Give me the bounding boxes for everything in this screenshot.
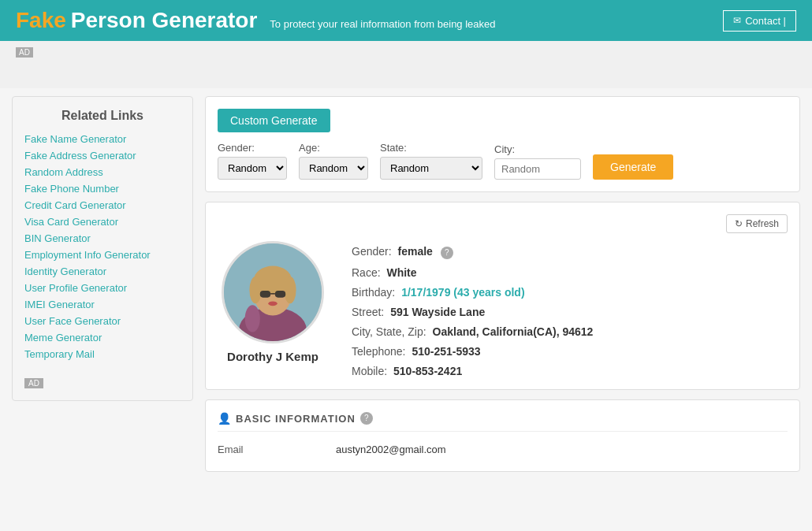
basic-info-title: BASIC INFORMATION [236, 413, 356, 425]
mobile-label-text: Mobile: [352, 365, 387, 377]
person-icon: 👤 [218, 412, 231, 425]
credit-card-link[interactable]: Credit Card Generator [24, 199, 126, 211]
profile-info-telephone: Telephone: 510-251-5933 [352, 345, 788, 358]
sidebar-item-user-profile[interactable]: User Profile Generator [24, 281, 181, 294]
profile-info-mobile: Mobile: 510-853-2421 [352, 365, 788, 377]
header-tagline: To protect your real information from be… [270, 18, 495, 30]
profile-body: Dorothy J Kemp Gender: female ? Race: Wh… [218, 241, 788, 377]
identity-link[interactable]: Identity Generator [24, 266, 106, 277]
sidebar-item-meme[interactable]: Meme Generator [24, 331, 181, 343]
info-icon-gender[interactable]: ? [441, 247, 453, 259]
contact-button[interactable]: ✉ Contact | [723, 10, 796, 32]
svg-point-6 [284, 277, 296, 303]
fake-name-link[interactable]: Fake Name Generator [24, 133, 126, 145]
city-form-group: City: [494, 143, 581, 180]
mobile-value: 510-853-2421 [393, 365, 462, 377]
sidebar-ad-label: AD [24, 378, 43, 388]
svg-rect-7 [260, 291, 270, 298]
refresh-label: Refresh [746, 218, 779, 229]
visa-card-link[interactable]: Visa Card Generator [24, 216, 118, 228]
avatar [222, 241, 324, 343]
state-select[interactable]: Random [380, 157, 482, 180]
brand-rest: Person Generator [71, 8, 258, 33]
gender-label-text: Gender: [352, 245, 392, 258]
refresh-button[interactable]: ↻ Refresh [726, 214, 788, 233]
race-value: White [386, 266, 416, 279]
city-state-zip-value: Oakland, California(CA), 94612 [433, 325, 594, 338]
content-area: Custom Generate Gender: Random Male Fema… [205, 96, 800, 472]
fake-address-link[interactable]: Fake Address Generator [24, 150, 136, 162]
sidebar-item-identity[interactable]: Identity Generator [24, 265, 181, 277]
ad-label: AD [16, 47, 33, 58]
sidebar-links-list: Fake Name Generator Fake Address Generat… [24, 132, 181, 360]
age-select[interactable]: Random 18-25 26-35 36-50 51+ [299, 157, 368, 180]
user-profile-link[interactable]: User Profile Generator [24, 282, 127, 294]
avatar-svg [224, 241, 322, 343]
race-label-text: Race: [352, 266, 381, 279]
profile-avatar-area: Dorothy J Kemp [218, 241, 328, 363]
gender-label: Gender: [218, 142, 287, 154]
age-label: Age: [299, 142, 368, 154]
user-face-link[interactable]: User Face Generator [24, 315, 121, 327]
sidebar: Related Links Fake Name Generator Fake A… [12, 96, 193, 401]
profile-info-city: City, State, Zip: Oakland, California(CA… [352, 325, 788, 338]
state-label: State: [380, 142, 482, 154]
telephone-value: 510-251-5933 [412, 345, 480, 358]
sidebar-item-fake-name[interactable]: Fake Name Generator [24, 132, 181, 145]
generate-button[interactable]: Generate [593, 154, 673, 180]
sidebar-item-fake-address[interactable]: Fake Address Generator [24, 149, 181, 162]
basic-info-section: 👤 BASIC INFORMATION ? Email austyn2002@g… [205, 399, 800, 472]
sidebar-item-imei[interactable]: IMEI Generator [24, 298, 181, 310]
street-label-text: Street: [352, 306, 384, 318]
email-label-cell: Email [218, 440, 336, 459]
city-state-zip-label-text: City, State, Zip: [352, 325, 426, 338]
form-row: Gender: Random Male Female Age: Random 1… [218, 142, 788, 180]
sidebar-item-fake-phone[interactable]: Fake Phone Number [24, 182, 181, 195]
contact-label: Contact | [745, 15, 786, 27]
email-row: Email austyn2002@gmail.com [218, 440, 788, 459]
birthday-label-text: Birthday: [352, 286, 395, 299]
sidebar-item-bin[interactable]: BIN Generator [24, 232, 181, 244]
info-icon-basic[interactable]: ? [360, 412, 373, 425]
basic-info-table: Email austyn2002@gmail.com [218, 440, 788, 459]
state-form-group: State: Random [380, 142, 482, 180]
sidebar-item-credit-card[interactable]: Credit Card Generator [24, 199, 181, 211]
fake-phone-link[interactable]: Fake Phone Number [24, 183, 119, 195]
profile-info-race: Race: White [352, 266, 788, 279]
gender-select[interactable]: Random Male Female [218, 157, 287, 180]
meme-link[interactable]: Meme Generator [24, 332, 102, 343]
temp-mail-link[interactable]: Temporary Mail [24, 348, 95, 360]
city-input[interactable] [494, 158, 581, 180]
brand-fake: Fake [16, 8, 66, 33]
city-label: City: [494, 143, 581, 155]
imei-link[interactable]: IMEI Generator [24, 299, 95, 310]
svg-point-5 [249, 277, 261, 303]
sidebar-item-random-address[interactable]: Random Address [24, 165, 181, 178]
mail-icon: ✉ [733, 15, 741, 26]
birthday-value: 1/17/1979 (43 years old) [401, 286, 524, 299]
bin-link[interactable]: BIN Generator [24, 232, 91, 244]
gender-form-group: Gender: Random Male Female [218, 142, 287, 180]
profile-header: ↻ Refresh [218, 214, 788, 233]
email-value-cell: austyn2002@gmail.com [336, 440, 788, 459]
telephone-label-text: Telephone: [352, 345, 406, 358]
refresh-icon: ↻ [735, 218, 743, 229]
custom-generate-button[interactable]: Custom Generate [218, 109, 330, 132]
profile-info-street: Street: 591 Wayside Lane [352, 306, 788, 318]
street-value: 591 Wayside Lane [390, 306, 485, 318]
profile-info: Gender: female ? Race: White Birthday: 1… [352, 241, 788, 377]
employment-link[interactable]: Employment Info Generator [24, 249, 151, 261]
profile-info-birthday: Birthday: 1/17/1979 (43 years old) [352, 286, 788, 299]
sidebar-item-visa-card[interactable]: Visa Card Generator [24, 215, 181, 228]
sidebar-item-employment[interactable]: Employment Info Generator [24, 248, 181, 261]
random-address-link[interactable]: Random Address [24, 166, 103, 178]
sidebar-item-temp-mail[interactable]: Temporary Mail [24, 347, 181, 360]
profile-section: ↻ Refresh [205, 202, 800, 390]
gender-value: female [397, 245, 432, 258]
custom-generate-section: Custom Generate Gender: Random Male Fema… [205, 96, 800, 192]
sidebar-title: Related Links [24, 109, 181, 123]
svg-point-10 [268, 301, 277, 306]
sidebar-item-user-face[interactable]: User Face Generator [24, 314, 181, 327]
profile-info-gender: Gender: female ? [352, 245, 788, 259]
age-form-group: Age: Random 18-25 26-35 36-50 51+ [299, 142, 368, 180]
